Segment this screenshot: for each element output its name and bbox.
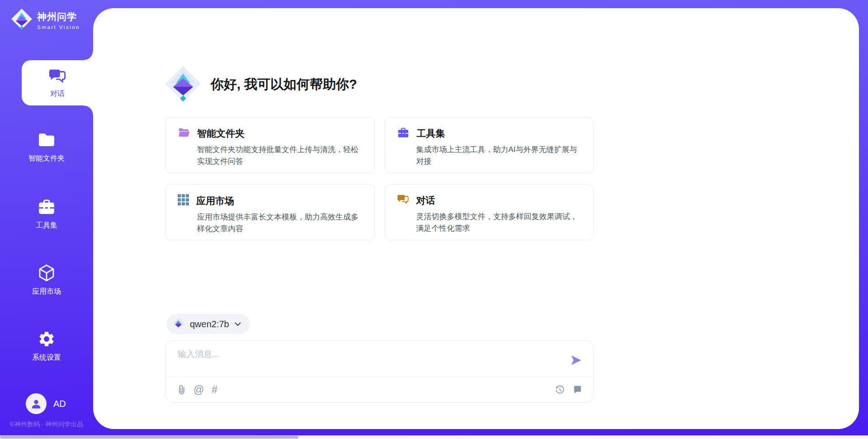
tab-fillet-top bbox=[84, 51, 93, 60]
card-description: 集成市场上主流工具，助力AI与外界无缝扩展与对接 bbox=[416, 144, 582, 167]
sidebar-item-label: 智能文件夹 bbox=[28, 154, 65, 163]
toolbox-icon bbox=[37, 197, 56, 216]
card-title: 智能文件夹 bbox=[197, 127, 245, 140]
user-initials: AD bbox=[53, 399, 66, 409]
brand: 神州问学 Smart Vision bbox=[11, 8, 80, 32]
chat-icon bbox=[48, 67, 66, 86]
sidebar-item-label: 应用市场 bbox=[32, 287, 61, 296]
history-button[interactable] bbox=[555, 385, 565, 395]
greeting-row: 你好, 我可以如何帮助你? bbox=[165, 65, 357, 104]
at-icon: @ bbox=[193, 385, 204, 395]
history-icon bbox=[555, 385, 565, 395]
sidebar-item-app-market[interactable]: 应用市场 bbox=[0, 263, 93, 296]
message-input[interactable] bbox=[178, 348, 562, 371]
sidebar-item-smart-folder[interactable]: 智能文件夹 bbox=[0, 130, 93, 163]
card-app-market[interactable]: 应用市场 应用市场提供丰富长文本模板，助力高效生成多样化文章内容 bbox=[165, 184, 375, 240]
sidebar-item-chat[interactable]: 对话 bbox=[22, 60, 93, 105]
paperclip-icon bbox=[177, 384, 186, 395]
brand-name: 神州问学 bbox=[37, 10, 80, 23]
chat-icon bbox=[397, 194, 409, 207]
hash-icon: # bbox=[212, 385, 217, 395]
sidebar: 神州问学 Smart Vision 对话 智能文件夹 bbox=[0, 0, 93, 435]
folder-icon bbox=[37, 130, 56, 149]
avatar bbox=[26, 393, 47, 414]
card-title: 应用市场 bbox=[196, 195, 234, 207]
card-description: 智能文件夹功能支持批量文件上传与清洗，轻松实现文件问答 bbox=[197, 144, 363, 167]
brand-logo-icon bbox=[11, 8, 33, 32]
sidebar-item-label: 工具集 bbox=[36, 221, 57, 230]
chevron-down-icon bbox=[235, 320, 241, 328]
at-mention-button[interactable]: @ bbox=[193, 385, 204, 395]
brand-subtitle: Smart Vision bbox=[37, 24, 80, 30]
grid-icon bbox=[178, 194, 189, 207]
model-name: qwen2:7b bbox=[190, 319, 229, 329]
greeting-title: 你好, 我可以如何帮助你? bbox=[211, 76, 357, 94]
send-icon bbox=[570, 354, 582, 367]
sidebar-item-label: 系统设置 bbox=[32, 353, 61, 363]
card-description: 灵活切换多模型文件，支持多样回复效果调试，满足个性化需求 bbox=[416, 211, 582, 234]
chat-bubble-icon bbox=[573, 385, 582, 395]
card-title: 对话 bbox=[416, 194, 435, 207]
toolbox-icon bbox=[397, 127, 410, 140]
model-selector[interactable]: qwen2:7b bbox=[166, 314, 250, 334]
sidebar-item-toolset[interactable]: 工具集 bbox=[0, 197, 93, 230]
card-description: 应用市场提供丰富长文本模板，助力高效生成多样化文章内容 bbox=[197, 211, 363, 234]
cube-icon bbox=[38, 263, 56, 282]
assistant-logo-icon bbox=[165, 65, 202, 104]
gear-icon bbox=[38, 329, 56, 348]
card-smart-folder[interactable]: 智能文件夹 智能文件夹功能支持批量文件上传与清洗，轻松实现文件问答 bbox=[165, 117, 375, 173]
sidebar-item-label: 对话 bbox=[50, 89, 65, 99]
send-button[interactable] bbox=[569, 354, 583, 367]
tab-fillet-bottom bbox=[84, 105, 93, 115]
horizontal-scrollbar bbox=[0, 435, 868, 439]
brand-text: 神州问学 Smart Vision bbox=[37, 10, 80, 30]
composer-toolbar: @ # bbox=[166, 377, 593, 402]
model-logo-icon bbox=[172, 317, 184, 331]
shortcut-cards: 智能文件夹 智能文件夹功能支持批量文件上传与清洗，轻松实现文件问答 工具集 集成… bbox=[165, 117, 594, 240]
attach-file-button[interactable] bbox=[177, 384, 186, 395]
horizontal-scrollbar-thumb[interactable] bbox=[0, 436, 298, 439]
new-chat-button[interactable] bbox=[573, 385, 582, 395]
user-account[interactable]: AD bbox=[26, 393, 66, 414]
card-chat[interactable]: 对话 灵活切换多模型文件，支持多样回复效果调试，满足个性化需求 bbox=[385, 184, 594, 240]
app-window: 神州问学 Smart Vision 对话 智能文件夹 bbox=[0, 0, 868, 439]
hash-tag-button[interactable]: # bbox=[212, 385, 217, 395]
folder-open-icon bbox=[178, 127, 190, 140]
sidebar-item-settings[interactable]: 系统设置 bbox=[0, 329, 93, 363]
message-composer: @ # bbox=[165, 340, 594, 403]
card-title: 工具集 bbox=[417, 127, 445, 140]
card-toolset[interactable]: 工具集 集成市场上主流工具，助力AI与外界无缝扩展与对接 bbox=[385, 117, 594, 173]
copyright-footer: ©神州数码 · 神州问学出品 bbox=[0, 420, 93, 429]
